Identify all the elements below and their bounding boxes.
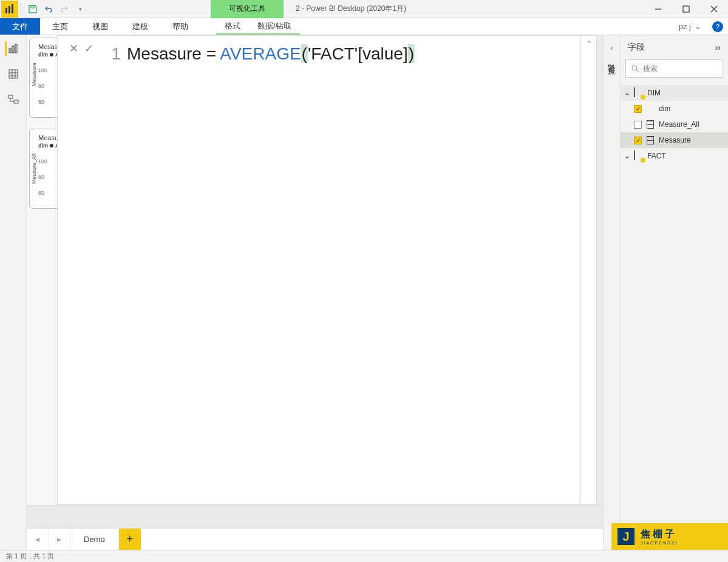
measure-icon bbox=[647, 136, 654, 144]
page-next-button[interactable]: ► bbox=[49, 529, 70, 550]
search-placeholder: 搜索 bbox=[643, 64, 658, 74]
field-item[interactable]: Mesasure bbox=[621, 132, 728, 148]
field-name: Measure_All bbox=[659, 120, 699, 129]
page-tabs: ◄ ► Demo + bbox=[27, 528, 603, 550]
field-name: dim bbox=[659, 104, 670, 113]
view-rail bbox=[0, 35, 27, 550]
ribbon-tab-drill[interactable]: 数据/钻取 bbox=[249, 18, 300, 33]
field-name: Mesasure bbox=[659, 136, 691, 144]
minimize-button[interactable] bbox=[644, 0, 672, 18]
ribbon-tab-view[interactable]: 视图 bbox=[80, 18, 120, 35]
legend-dot-icon bbox=[50, 53, 53, 56]
visualizations-label: 可视化 bbox=[607, 76, 617, 80]
checkbox-icon[interactable] bbox=[634, 121, 642, 129]
svg-rect-10 bbox=[14, 100, 18, 103]
svg-rect-5 bbox=[9, 49, 11, 53]
window-title: 2 - Power BI Desktop (2020年1月) bbox=[284, 4, 406, 14]
checkbox-checked-icon[interactable] bbox=[634, 105, 642, 113]
formula-function: AVERAGE bbox=[220, 44, 301, 63]
svg-rect-7 bbox=[15, 44, 17, 53]
table-name: DIM bbox=[647, 89, 661, 97]
table-icon bbox=[634, 88, 644, 98]
visualizations-pane-collapsed[interactable]: ‹ 可视化 bbox=[603, 35, 620, 550]
chevron-right-icon[interactable]: › bbox=[715, 42, 721, 52]
watermark-j-icon: J bbox=[617, 528, 634, 545]
title-bar: ▾ 可视化工具 2 - Power BI Desktop (2020年1月) bbox=[0, 0, 728, 18]
page-tab[interactable]: Demo bbox=[70, 529, 119, 550]
quick-access-toolbar: ▾ bbox=[24, 2, 89, 16]
table-name: FACT bbox=[647, 152, 666, 160]
maximize-button[interactable] bbox=[672, 0, 700, 18]
svg-rect-4 bbox=[683, 6, 689, 12]
table-icon bbox=[634, 151, 644, 161]
ribbon-tab-home[interactable]: 主页 bbox=[40, 18, 80, 35]
svg-rect-8 bbox=[9, 70, 18, 78]
table-header-fact[interactable]: FACT bbox=[621, 148, 728, 164]
formula-bracket: ( bbox=[301, 44, 308, 63]
svg-rect-9 bbox=[9, 95, 13, 98]
field-item[interactable]: dim bbox=[621, 101, 728, 117]
checkbox-checked-icon[interactable] bbox=[634, 137, 642, 144]
watermark-subtext: JIAOPENGZI bbox=[641, 541, 678, 545]
search-icon bbox=[631, 64, 639, 73]
svg-rect-1 bbox=[9, 6, 10, 13]
user-name: pz j bbox=[679, 22, 691, 31]
add-page-button[interactable]: + bbox=[119, 529, 141, 550]
field-item[interactable]: Measure_All bbox=[621, 117, 728, 132]
formula-argument: 'FACT'[value] bbox=[308, 44, 408, 63]
contextual-tool-band: 可视化工具 bbox=[211, 0, 284, 18]
fields-search-input[interactable]: 搜索 bbox=[625, 59, 723, 78]
legend-label: dim bbox=[38, 143, 48, 149]
app-logo bbox=[1, 1, 18, 18]
svg-rect-6 bbox=[12, 46, 14, 53]
measure-icon bbox=[647, 120, 654, 129]
formula-editor[interactable]: 1 Mesasure = AVERAGE('FACT'[value]) bbox=[105, 36, 580, 504]
fields-pane: 字段 › 搜索 DIM dim Measure_All bbox=[620, 35, 728, 550]
report-view-button[interactable] bbox=[5, 41, 19, 56]
watermark-logo: J 焦棚子 JIAOPENGZI bbox=[611, 523, 728, 550]
formula-text: Mesasure = bbox=[127, 44, 220, 63]
chevron-up-icon[interactable]: ⌃ bbox=[586, 39, 592, 48]
y-axis-label: Mesasure bbox=[31, 63, 37, 87]
page-prev-button[interactable]: ◄ bbox=[27, 529, 49, 550]
legend-dot-icon bbox=[50, 144, 53, 147]
svg-point-11 bbox=[632, 66, 637, 70]
undo-icon[interactable] bbox=[42, 2, 55, 16]
status-bar: 第 1 页，共 1 页 bbox=[0, 550, 728, 562]
ribbon: 文件 主页 视图 建模 帮助 格式 数据/钻取 pz j ? bbox=[0, 18, 728, 35]
chevron-down-icon bbox=[624, 152, 630, 160]
data-view-button[interactable] bbox=[6, 67, 21, 81]
svg-rect-0 bbox=[5, 8, 7, 13]
formula-commit-icon[interactable]: ✓ bbox=[84, 42, 94, 55]
svg-rect-2 bbox=[12, 4, 13, 13]
chevron-down-icon bbox=[695, 22, 701, 31]
user-menu[interactable]: pz j bbox=[679, 18, 707, 35]
page-status: 第 1 页，共 1 页 bbox=[6, 552, 54, 561]
save-icon[interactable] bbox=[26, 2, 39, 16]
close-button[interactable] bbox=[700, 0, 728, 18]
watermark-text: 焦棚子 bbox=[641, 528, 678, 541]
chevron-down-icon bbox=[624, 89, 630, 97]
ribbon-tab-file[interactable]: 文件 bbox=[0, 18, 40, 35]
canvas-area: Mesasu dimA0 Mesasure 1008060 Measure di… bbox=[27, 35, 603, 550]
help-icon[interactable]: ? bbox=[712, 21, 723, 32]
ribbon-tab-model[interactable]: 建模 bbox=[120, 18, 160, 35]
ribbon-tab-help[interactable]: 帮助 bbox=[160, 18, 200, 35]
legend-label: dim bbox=[38, 52, 48, 58]
fields-header: 字段 bbox=[628, 42, 645, 53]
formula-bracket: ) bbox=[408, 44, 415, 63]
table-header-dim[interactable]: DIM bbox=[621, 85, 728, 101]
formula-cancel-icon[interactable]: ✕ bbox=[69, 42, 78, 55]
formula-scroll[interactable]: ⌃ bbox=[580, 36, 596, 504]
formula-bar-expanded: ✕ ✓ 1 Mesasure = AVERAGE('FACT'[value]) … bbox=[57, 35, 597, 505]
formula-line-number: 1 bbox=[109, 43, 127, 497]
chevron-left-icon[interactable]: ‹ bbox=[611, 44, 613, 52]
ribbon-tab-format[interactable]: 格式 bbox=[216, 18, 249, 33]
redo-icon[interactable] bbox=[58, 2, 71, 16]
model-view-button[interactable] bbox=[6, 92, 21, 107]
y-axis-label: Measure_All bbox=[31, 154, 37, 184]
qat-dropdown-icon[interactable]: ▾ bbox=[73, 2, 87, 16]
